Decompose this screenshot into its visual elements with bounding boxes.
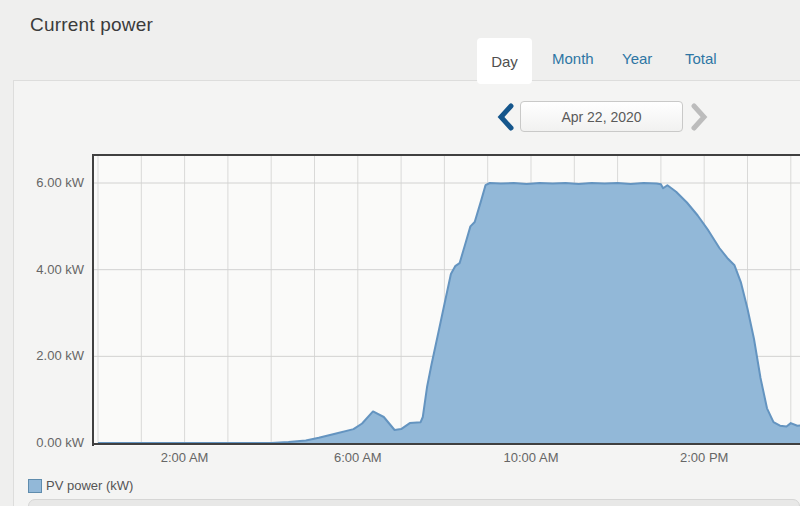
- x-axis-tick-label: 2:00 AM: [161, 450, 209, 465]
- date-label: Apr 22, 2020: [561, 109, 641, 125]
- y-axis-tick-label: 0.00 kW: [24, 435, 84, 450]
- y-axis-tick-label: 4.00 kW: [24, 262, 84, 277]
- x-axis-tick-label: 6:00 AM: [334, 450, 382, 465]
- chevron-left-icon: [497, 103, 515, 131]
- legend-label: PV power (kW): [46, 478, 133, 493]
- tab-day-label: Day: [491, 53, 518, 70]
- tab-month[interactable]: Month: [552, 50, 594, 67]
- date-picker[interactable]: Apr 22, 2020: [520, 101, 683, 132]
- x-axis-tick-label: 2:00 PM: [680, 450, 728, 465]
- next-day-button[interactable]: [690, 103, 708, 131]
- legend-item-pv-power[interactable]: PV power (kW): [28, 478, 133, 493]
- lower-panel-edge: [28, 499, 800, 506]
- y-axis-tick-label: 6.00 kW: [24, 175, 84, 190]
- tab-day[interactable]: Day: [477, 38, 532, 84]
- y-axis-tick-label: 2.00 kW: [24, 348, 84, 363]
- legend-swatch: [28, 479, 42, 493]
- x-axis-tick-label: 10:00 AM: [504, 450, 559, 465]
- tab-total[interactable]: Total: [685, 50, 717, 67]
- chevron-right-icon: [690, 103, 708, 131]
- period-tabbar: Day Month Year Total: [0, 0, 800, 80]
- plot-area[interactable]: [92, 154, 800, 446]
- previous-day-button[interactable]: [497, 103, 515, 131]
- tab-year[interactable]: Year: [622, 50, 652, 67]
